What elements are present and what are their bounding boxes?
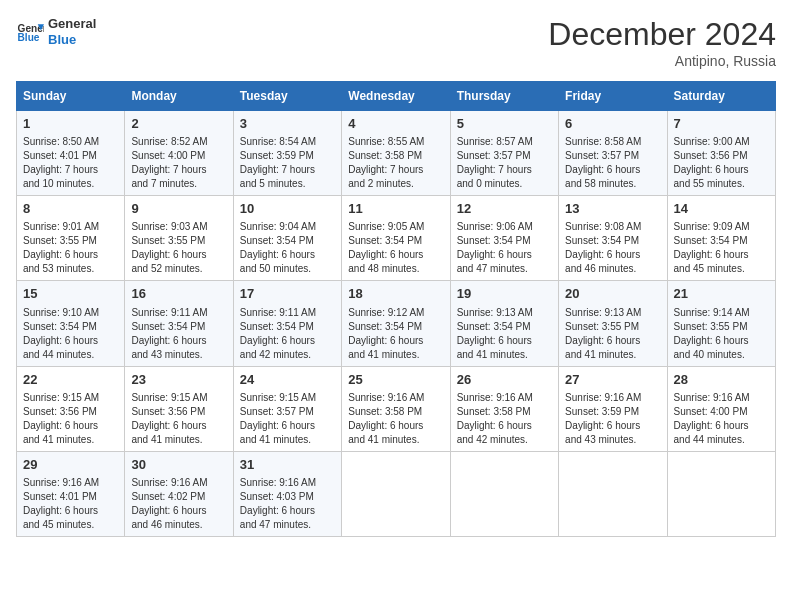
day-cell: 11Sunrise: 9:05 AM Sunset: 3:54 PM Dayli…	[342, 196, 450, 281]
day-cell: 14Sunrise: 9:09 AM Sunset: 3:54 PM Dayli…	[667, 196, 775, 281]
day-number: 11	[348, 200, 443, 218]
day-cell	[450, 451, 558, 536]
calendar-table: SundayMondayTuesdayWednesdayThursdayFrid…	[16, 81, 776, 537]
day-cell: 27Sunrise: 9:16 AM Sunset: 3:59 PM Dayli…	[559, 366, 667, 451]
day-number: 14	[674, 200, 769, 218]
day-detail: Sunrise: 9:05 AM Sunset: 3:54 PM Dayligh…	[348, 220, 443, 276]
day-number: 7	[674, 115, 769, 133]
day-detail: Sunrise: 9:12 AM Sunset: 3:54 PM Dayligh…	[348, 306, 443, 362]
title-block: December 2024 Antipino, Russia	[548, 16, 776, 69]
day-cell: 30Sunrise: 9:16 AM Sunset: 4:02 PM Dayli…	[125, 451, 233, 536]
day-detail: Sunrise: 9:09 AM Sunset: 3:54 PM Dayligh…	[674, 220, 769, 276]
day-number: 30	[131, 456, 226, 474]
week-row-3: 15Sunrise: 9:10 AM Sunset: 3:54 PM Dayli…	[17, 281, 776, 366]
day-detail: Sunrise: 9:11 AM Sunset: 3:54 PM Dayligh…	[131, 306, 226, 362]
day-number: 3	[240, 115, 335, 133]
day-detail: Sunrise: 9:15 AM Sunset: 3:56 PM Dayligh…	[131, 391, 226, 447]
day-cell	[667, 451, 775, 536]
week-row-1: 1Sunrise: 8:50 AM Sunset: 4:01 PM Daylig…	[17, 111, 776, 196]
day-number: 24	[240, 371, 335, 389]
day-number: 18	[348, 285, 443, 303]
day-detail: Sunrise: 9:16 AM Sunset: 3:58 PM Dayligh…	[348, 391, 443, 447]
weekday-header-sunday: Sunday	[17, 82, 125, 111]
day-cell: 6Sunrise: 8:58 AM Sunset: 3:57 PM Daylig…	[559, 111, 667, 196]
day-cell: 25Sunrise: 9:16 AM Sunset: 3:58 PM Dayli…	[342, 366, 450, 451]
day-cell: 18Sunrise: 9:12 AM Sunset: 3:54 PM Dayli…	[342, 281, 450, 366]
logo: General Blue General Blue	[16, 16, 96, 47]
day-detail: Sunrise: 9:16 AM Sunset: 3:59 PM Dayligh…	[565, 391, 660, 447]
day-detail: Sunrise: 9:03 AM Sunset: 3:55 PM Dayligh…	[131, 220, 226, 276]
day-number: 9	[131, 200, 226, 218]
day-number: 8	[23, 200, 118, 218]
day-number: 31	[240, 456, 335, 474]
day-cell: 23Sunrise: 9:15 AM Sunset: 3:56 PM Dayli…	[125, 366, 233, 451]
day-cell: 26Sunrise: 9:16 AM Sunset: 3:58 PM Dayli…	[450, 366, 558, 451]
day-number: 4	[348, 115, 443, 133]
day-cell: 1Sunrise: 8:50 AM Sunset: 4:01 PM Daylig…	[17, 111, 125, 196]
week-row-4: 22Sunrise: 9:15 AM Sunset: 3:56 PM Dayli…	[17, 366, 776, 451]
logo-icon: General Blue	[16, 18, 44, 46]
day-number: 15	[23, 285, 118, 303]
day-detail: Sunrise: 9:14 AM Sunset: 3:55 PM Dayligh…	[674, 306, 769, 362]
day-cell: 21Sunrise: 9:14 AM Sunset: 3:55 PM Dayli…	[667, 281, 775, 366]
day-cell: 24Sunrise: 9:15 AM Sunset: 3:57 PM Dayli…	[233, 366, 341, 451]
page-header: General Blue General Blue December 2024 …	[16, 16, 776, 69]
day-detail: Sunrise: 9:16 AM Sunset: 4:03 PM Dayligh…	[240, 476, 335, 532]
day-cell: 15Sunrise: 9:10 AM Sunset: 3:54 PM Dayli…	[17, 281, 125, 366]
day-detail: Sunrise: 9:15 AM Sunset: 3:57 PM Dayligh…	[240, 391, 335, 447]
day-detail: Sunrise: 8:50 AM Sunset: 4:01 PM Dayligh…	[23, 135, 118, 191]
weekday-header-tuesday: Tuesday	[233, 82, 341, 111]
day-detail: Sunrise: 9:16 AM Sunset: 4:02 PM Dayligh…	[131, 476, 226, 532]
day-cell: 20Sunrise: 9:13 AM Sunset: 3:55 PM Dayli…	[559, 281, 667, 366]
day-cell: 5Sunrise: 8:57 AM Sunset: 3:57 PM Daylig…	[450, 111, 558, 196]
day-detail: Sunrise: 9:01 AM Sunset: 3:55 PM Dayligh…	[23, 220, 118, 276]
day-number: 1	[23, 115, 118, 133]
day-detail: Sunrise: 9:10 AM Sunset: 3:54 PM Dayligh…	[23, 306, 118, 362]
day-detail: Sunrise: 9:08 AM Sunset: 3:54 PM Dayligh…	[565, 220, 660, 276]
day-detail: Sunrise: 9:16 AM Sunset: 3:58 PM Dayligh…	[457, 391, 552, 447]
day-number: 26	[457, 371, 552, 389]
day-number: 17	[240, 285, 335, 303]
day-cell: 10Sunrise: 9:04 AM Sunset: 3:54 PM Dayli…	[233, 196, 341, 281]
day-cell: 22Sunrise: 9:15 AM Sunset: 3:56 PM Dayli…	[17, 366, 125, 451]
day-detail: Sunrise: 8:57 AM Sunset: 3:57 PM Dayligh…	[457, 135, 552, 191]
day-detail: Sunrise: 9:04 AM Sunset: 3:54 PM Dayligh…	[240, 220, 335, 276]
day-cell: 31Sunrise: 9:16 AM Sunset: 4:03 PM Dayli…	[233, 451, 341, 536]
day-number: 21	[674, 285, 769, 303]
location: Antipino, Russia	[548, 53, 776, 69]
day-number: 16	[131, 285, 226, 303]
day-cell: 9Sunrise: 9:03 AM Sunset: 3:55 PM Daylig…	[125, 196, 233, 281]
day-cell: 19Sunrise: 9:13 AM Sunset: 3:54 PM Dayli…	[450, 281, 558, 366]
day-number: 20	[565, 285, 660, 303]
day-cell: 13Sunrise: 9:08 AM Sunset: 3:54 PM Dayli…	[559, 196, 667, 281]
weekday-header-row: SundayMondayTuesdayWednesdayThursdayFrid…	[17, 82, 776, 111]
day-detail: Sunrise: 9:06 AM Sunset: 3:54 PM Dayligh…	[457, 220, 552, 276]
weekday-header-friday: Friday	[559, 82, 667, 111]
day-number: 5	[457, 115, 552, 133]
weekday-header-wednesday: Wednesday	[342, 82, 450, 111]
week-row-5: 29Sunrise: 9:16 AM Sunset: 4:01 PM Dayli…	[17, 451, 776, 536]
day-detail: Sunrise: 8:52 AM Sunset: 4:00 PM Dayligh…	[131, 135, 226, 191]
weekday-header-saturday: Saturday	[667, 82, 775, 111]
day-cell: 7Sunrise: 9:00 AM Sunset: 3:56 PM Daylig…	[667, 111, 775, 196]
day-number: 19	[457, 285, 552, 303]
svg-text:Blue: Blue	[18, 32, 40, 43]
day-cell: 29Sunrise: 9:16 AM Sunset: 4:01 PM Dayli…	[17, 451, 125, 536]
day-number: 13	[565, 200, 660, 218]
logo-blue: Blue	[48, 32, 96, 48]
day-number: 22	[23, 371, 118, 389]
day-cell	[342, 451, 450, 536]
day-number: 10	[240, 200, 335, 218]
day-detail: Sunrise: 8:55 AM Sunset: 3:58 PM Dayligh…	[348, 135, 443, 191]
day-detail: Sunrise: 9:11 AM Sunset: 3:54 PM Dayligh…	[240, 306, 335, 362]
month-title: December 2024	[548, 16, 776, 53]
day-detail: Sunrise: 8:58 AM Sunset: 3:57 PM Dayligh…	[565, 135, 660, 191]
logo-general: General	[48, 16, 96, 32]
day-number: 12	[457, 200, 552, 218]
day-number: 2	[131, 115, 226, 133]
day-cell: 3Sunrise: 8:54 AM Sunset: 3:59 PM Daylig…	[233, 111, 341, 196]
day-number: 29	[23, 456, 118, 474]
day-cell	[559, 451, 667, 536]
day-detail: Sunrise: 9:00 AM Sunset: 3:56 PM Dayligh…	[674, 135, 769, 191]
weekday-header-monday: Monday	[125, 82, 233, 111]
